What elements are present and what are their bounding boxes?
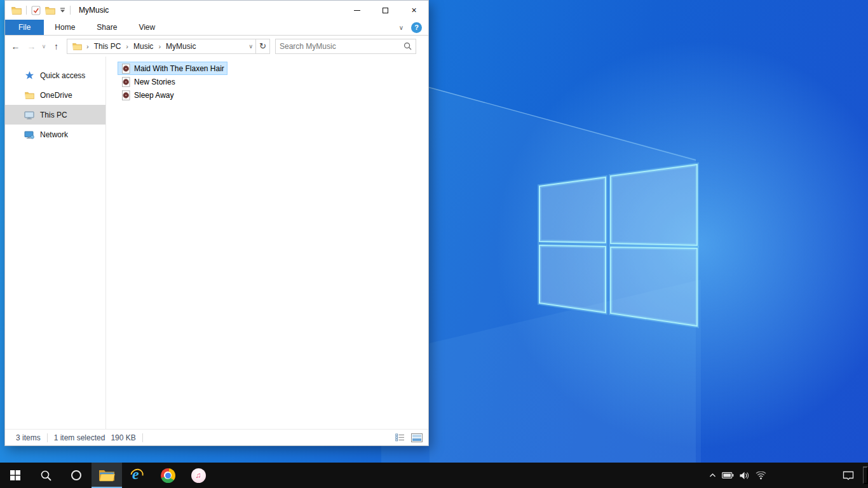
windows-logo-icon xyxy=(10,470,20,480)
this-pc-monitor-icon xyxy=(24,111,35,119)
close-icon: × xyxy=(411,5,416,15)
window-title: MyMusic xyxy=(79,6,109,15)
network-icon xyxy=(24,130,35,139)
title-bar: MyMusic × xyxy=(5,1,428,20)
thumbnails-view-icon[interactable] xyxy=(410,431,423,444)
chrome-icon xyxy=(161,468,175,483)
ribbon-right-controls: ∨ ? xyxy=(399,20,428,35)
tab-share[interactable]: Share xyxy=(86,20,128,35)
status-bar: 3 items 1 item selected 190 KB xyxy=(5,429,428,445)
file-name: New Stories xyxy=(134,78,175,86)
battery-icon[interactable] xyxy=(722,472,734,478)
system-tray xyxy=(709,463,766,488)
minimize-icon xyxy=(354,10,360,11)
quick-access-star-icon xyxy=(24,71,35,80)
music-file-icon xyxy=(121,77,131,87)
taskbar-internet-explorer-button[interactable]: e xyxy=(122,463,153,488)
breadcrumb-this-pc[interactable]: This PC xyxy=(92,42,124,51)
maximize-button[interactable] xyxy=(371,1,400,20)
minimize-button[interactable] xyxy=(342,1,371,20)
tab-view[interactable]: View xyxy=(128,20,166,35)
qat-separator xyxy=(26,6,27,15)
quick-access-toolbar: MyMusic xyxy=(5,6,109,15)
internet-explorer-icon: e xyxy=(130,467,145,484)
breadcrumb-mymusic[interactable]: MyMusic xyxy=(163,42,198,51)
qat-separator xyxy=(70,6,71,15)
status-selection: 1 item selected xyxy=(54,433,105,442)
tab-home[interactable]: Home xyxy=(44,20,86,35)
show-desktop-button[interactable] xyxy=(863,466,868,484)
music-file-icon xyxy=(121,64,131,74)
address-dropdown-chevron-icon[interactable]: ∨ xyxy=(248,43,253,50)
search-box xyxy=(275,39,416,54)
sidebar-item-this-pc[interactable]: This PC xyxy=(5,105,105,125)
breadcrumb: › This PC › Music › MyMusic xyxy=(85,42,198,51)
onedrive-folder-icon xyxy=(24,92,35,99)
up-button[interactable]: ↑ xyxy=(48,39,64,54)
itunes-icon: ♫ xyxy=(191,468,206,483)
sidebar-item-label: Quick access xyxy=(40,71,85,80)
sidebar-item-quick-access[interactable]: Quick access xyxy=(5,65,105,85)
close-button[interactable]: × xyxy=(400,1,428,20)
taskbar: e ♫ xyxy=(0,463,868,488)
itunes-note-glyph: ♫ xyxy=(196,471,201,480)
search-input[interactable] xyxy=(280,42,403,51)
explorer-window: MyMusic × File Home Share View ∨ ? ← → ∨… xyxy=(4,0,429,446)
cortana-button[interactable] xyxy=(61,463,92,488)
forward-button[interactable]: → xyxy=(24,39,39,54)
sidebar-item-label: Network xyxy=(40,130,68,139)
window-folder-icon xyxy=(11,6,22,15)
sidebar-item-label: OneDrive xyxy=(40,91,72,100)
status-separator xyxy=(47,433,48,442)
music-file-icon xyxy=(121,90,131,100)
window-body: Quick access OneDrive This PC xyxy=(5,57,428,429)
navigation-pane: Quick access OneDrive This PC xyxy=(5,57,106,429)
status-separator xyxy=(142,433,143,442)
wifi-icon[interactable] xyxy=(756,471,766,480)
ribbon-collapse-chevron-icon[interactable]: ∨ xyxy=(399,24,403,31)
taskbar-file-explorer-button[interactable] xyxy=(92,463,122,488)
maximize-icon xyxy=(383,8,388,13)
qat-properties-button[interactable] xyxy=(31,6,41,15)
tab-file[interactable]: File xyxy=(5,20,44,35)
action-center-icon[interactable] xyxy=(843,463,854,488)
search-icon[interactable] xyxy=(403,42,412,50)
file-item-sleep-away[interactable]: Sleep Away xyxy=(118,88,177,102)
help-icon[interactable]: ? xyxy=(411,22,422,33)
breadcrumb-separator: › xyxy=(125,43,130,50)
qat-customize-chevron-icon[interactable] xyxy=(60,8,65,13)
breadcrumb-music[interactable]: Music xyxy=(131,42,156,51)
history-chevron-icon[interactable]: ∨ xyxy=(39,39,48,54)
file-item-new-stories[interactable]: New Stories xyxy=(118,75,179,88)
file-explorer-icon xyxy=(98,469,115,482)
sidebar-item-label: This PC xyxy=(40,111,67,119)
hidden-icons-chevron-icon[interactable] xyxy=(709,473,716,478)
status-selection-size: 190 KB xyxy=(111,433,135,442)
details-view-icon[interactable] xyxy=(393,431,406,444)
address-folder-icon xyxy=(71,43,83,50)
cortana-ring-icon xyxy=(71,470,82,481)
back-button[interactable]: ← xyxy=(8,39,24,54)
taskbar-itunes-button[interactable]: ♫ xyxy=(183,463,214,488)
desktop: MyMusic × File Home Share View ∨ ? ← → ∨… xyxy=(0,0,868,488)
sidebar-item-network[interactable]: Network xyxy=(5,125,105,144)
status-item-count: 3 items xyxy=(16,433,41,442)
file-name: Maid With The Flaxen Hair xyxy=(134,64,224,73)
window-controls: × xyxy=(342,1,428,20)
ribbon-tab-row: File Home Share View ∨ ? xyxy=(5,20,428,36)
file-list: Maid With The Flaxen Hair New Stories Sl… xyxy=(106,57,428,429)
refresh-icon[interactable]: ↻ xyxy=(256,39,270,54)
breadcrumb-separator: › xyxy=(157,43,162,50)
breadcrumb-separator: › xyxy=(85,43,90,50)
volume-icon[interactable] xyxy=(740,471,750,480)
view-toggle-group xyxy=(393,431,423,444)
qat-new-folder-button[interactable] xyxy=(45,6,55,15)
address-bar[interactable]: › This PC › Music › MyMusic ∨ xyxy=(67,39,256,54)
taskbar-chrome-button[interactable] xyxy=(153,463,183,488)
ie-letter: e xyxy=(132,466,139,483)
sidebar-item-onedrive[interactable]: OneDrive xyxy=(5,85,105,105)
taskbar-search-button[interactable] xyxy=(31,463,61,488)
navigation-toolbar: ← → ∨ ↑ › This PC › Music › MyMusic ∨ ↻ xyxy=(5,36,428,57)
file-item-maid-with-the-flaxen-hair[interactable]: Maid With The Flaxen Hair xyxy=(118,62,227,75)
start-button[interactable] xyxy=(0,463,31,488)
